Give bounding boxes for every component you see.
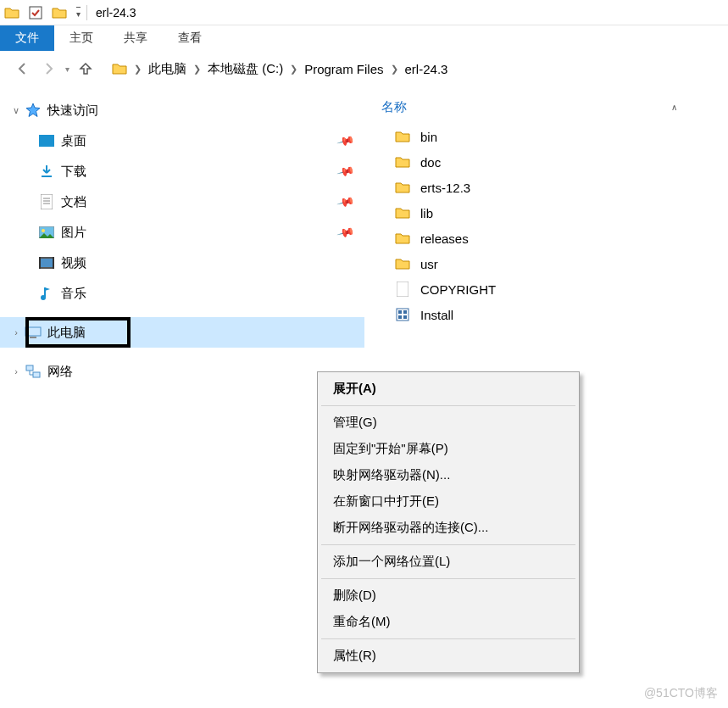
back-button[interactable] <box>10 56 36 81</box>
list-item[interactable]: usr <box>364 251 728 276</box>
breadcrumb[interactable]: ❯ 此电脑 ❯ 本地磁盘 (C:) ❯ Program Files ❯ erl-… <box>107 58 718 81</box>
tab-home[interactable]: 主页 <box>54 25 108 51</box>
computer-icon <box>24 326 42 338</box>
folder-icon <box>393 181 412 194</box>
music-icon <box>37 286 56 301</box>
folder-icon <box>0 1 24 25</box>
download-icon <box>37 164 56 178</box>
context-menu: 展开(A) 管理(G) 固定到"开始"屏幕(P) 映射网络驱动器(N)... 在… <box>317 371 580 673</box>
sidebar-item-downloads[interactable]: 下载 📌 <box>0 156 364 187</box>
breadcrumb-segment[interactable]: 此电脑 <box>143 58 192 81</box>
context-menu-rename[interactable]: 重命名(M) <box>320 609 577 635</box>
document-icon <box>37 194 56 209</box>
pin-icon[interactable]: 📌 <box>336 223 355 242</box>
context-menu-delete[interactable]: 删除(D) <box>320 583 577 609</box>
chevron-down-icon[interactable]: ∨ <box>8 105 24 116</box>
separator <box>321 405 575 406</box>
sidebar-item-documents[interactable]: 文档 📌 <box>0 187 364 217</box>
column-header-name[interactable]: 名称 ∧ <box>364 95 728 119</box>
breadcrumb-root-icon[interactable] <box>107 58 132 80</box>
context-menu-map-drive[interactable]: 映射网络驱动器(N)... <box>320 462 577 488</box>
application-icon <box>393 308 412 321</box>
sidebar-item-label: 网络 <box>47 364 73 380</box>
pin-icon[interactable]: 📌 <box>336 162 355 181</box>
breadcrumb-segment[interactable]: 本地磁盘 (C:) <box>203 58 288 81</box>
list-item[interactable]: lib <box>364 200 728 226</box>
sidebar-item-label: 图片 <box>61 225 86 241</box>
context-menu-manage[interactable]: 管理(G) <box>320 410 577 436</box>
list-item[interactable]: COPYRIGHT <box>364 276 728 302</box>
list-item[interactable]: bin <box>364 124 728 149</box>
qat-dropdown-icon[interactable]: ▾ <box>71 1 85 25</box>
recent-dropdown[interactable]: ▾ <box>61 56 73 81</box>
svg-rect-7 <box>39 257 41 269</box>
sort-indicator-icon: ∧ <box>671 103 677 112</box>
svg-point-4 <box>42 229 45 232</box>
list-item[interactable]: Install <box>364 302 728 327</box>
breadcrumb-segment[interactable]: erl-24.3 <box>400 59 453 80</box>
breadcrumb-segment[interactable]: Program Files <box>299 59 388 80</box>
list-item-label: usr <box>420 257 438 271</box>
file-icon <box>393 282 412 297</box>
qat-properties-icon[interactable] <box>24 1 47 25</box>
folder-icon <box>393 257 412 270</box>
sidebar-item-label: 快速访问 <box>47 103 98 119</box>
context-menu-properties[interactable]: 属性(R) <box>320 643 577 669</box>
chevron-right-icon[interactable]: ❯ <box>132 64 143 75</box>
svg-rect-16 <box>398 310 402 314</box>
sidebar-item-pictures[interactable]: 图片 📌 <box>0 217 364 248</box>
sidebar-item-label: 下载 <box>61 164 86 180</box>
svg-rect-14 <box>397 282 408 297</box>
sidebar-this-pc[interactable]: › 此电脑 <box>0 317 364 348</box>
pin-icon[interactable]: 📌 <box>336 131 355 150</box>
title-bar: ▾ erl-24.3 <box>0 0 728 25</box>
tab-view[interactable]: 查看 <box>163 25 217 51</box>
list-item[interactable]: doc <box>364 149 728 175</box>
svg-rect-13 <box>33 372 40 377</box>
network-icon <box>24 365 42 378</box>
window-title: erl-24.3 <box>96 6 136 20</box>
context-menu-pin-start[interactable]: 固定到"开始"屏幕(P) <box>320 436 577 462</box>
sidebar-item-desktop[interactable]: 桌面 📌 <box>0 125 364 156</box>
svg-rect-6 <box>41 259 53 267</box>
tab-file[interactable]: 文件 <box>0 25 54 51</box>
desktop-icon <box>37 135 56 147</box>
separator <box>321 638 575 639</box>
list-item-label: lib <box>420 206 433 220</box>
list-item-label: doc <box>420 155 441 170</box>
sidebar-network[interactable]: › 网络 <box>0 356 364 387</box>
folder-icon <box>47 1 71 25</box>
context-menu-open-new[interactable]: 在新窗口中打开(E) <box>320 488 577 515</box>
star-icon <box>24 103 42 118</box>
chevron-right-icon[interactable]: ❯ <box>192 64 203 75</box>
separator <box>321 544 575 545</box>
chevron-right-icon[interactable]: ❯ <box>288 64 299 75</box>
context-menu-expand[interactable]: 展开(A) <box>320 376 577 402</box>
separator <box>86 5 87 20</box>
svg-point-9 <box>41 295 46 300</box>
sidebar-quick-access[interactable]: ∨ 快速访问 <box>0 95 364 125</box>
svg-rect-18 <box>398 315 402 319</box>
svg-rect-11 <box>30 337 36 338</box>
pin-icon[interactable]: 📌 <box>336 192 355 211</box>
list-item-label: releases <box>420 231 469 246</box>
list-item[interactable]: releases <box>364 226 728 251</box>
list-item[interactable]: erts-12.3 <box>364 175 728 200</box>
context-menu-disconnect[interactable]: 断开网络驱动器的连接(C)... <box>320 515 577 541</box>
tab-share[interactable]: 共享 <box>108 25 163 51</box>
up-button[interactable] <box>73 56 98 81</box>
chevron-right-icon[interactable]: › <box>8 327 24 337</box>
sidebar-item-music[interactable]: 音乐 <box>0 278 364 309</box>
forward-button[interactable] <box>36 56 61 81</box>
chevron-right-icon[interactable]: › <box>8 366 24 376</box>
chevron-right-icon[interactable]: ❯ <box>389 64 400 75</box>
sidebar-item-videos[interactable]: 视频 <box>0 248 364 278</box>
svg-rect-0 <box>30 7 42 19</box>
svg-rect-10 <box>25 327 41 336</box>
folder-icon <box>393 155 412 169</box>
nav-bar: ▾ ❯ 此电脑 ❯ 本地磁盘 (C:) ❯ Program Files ❯ er… <box>0 51 728 86</box>
context-menu-add-location[interactable]: 添加一个网络位置(L) <box>320 549 577 575</box>
list-item-label: erts-12.3 <box>420 181 470 195</box>
ribbon-tabs: 文件 主页 共享 查看 <box>0 25 728 51</box>
svg-rect-17 <box>403 310 407 314</box>
